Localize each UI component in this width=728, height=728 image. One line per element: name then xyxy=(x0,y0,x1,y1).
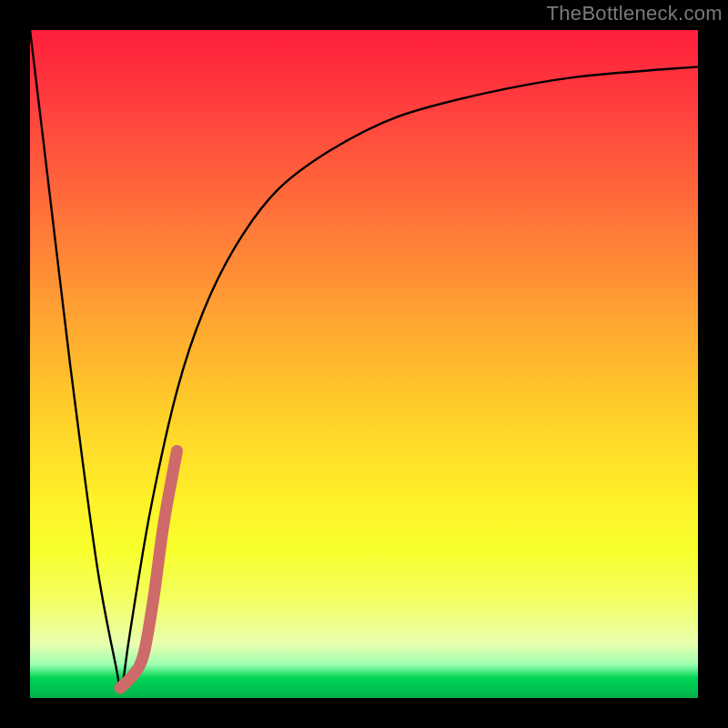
watermark-text: TheBottleneck.com xyxy=(547,2,723,25)
plot-area xyxy=(30,30,698,698)
bottleneck-curve xyxy=(30,30,698,692)
highlight-segment xyxy=(120,450,177,688)
curve-layer xyxy=(30,30,698,698)
chart-frame: TheBottleneck.com xyxy=(0,0,728,728)
